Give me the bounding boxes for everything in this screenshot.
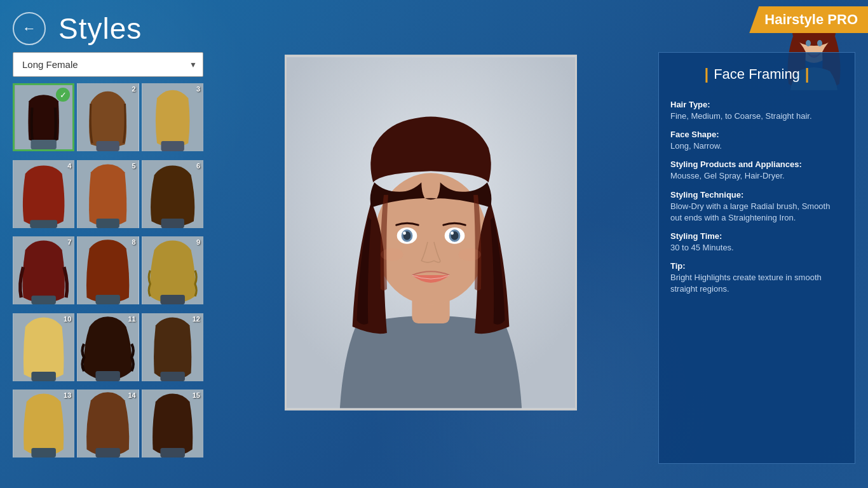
back-arrow-icon: ← [22,20,36,37]
thumb-num-9: 9 [196,238,200,246]
brand-name: Hairstyle PRO [764,11,858,27]
svg-rect-41 [160,372,185,381]
svg-rect-35 [31,372,56,381]
left-panel: Long Female Short Female Medium Female L… [13,52,203,464]
styling-time-label: Styling Time: [670,231,843,241]
svg-rect-32 [160,295,185,304]
thumb-num-2: 2 [132,85,136,93]
svg-rect-26 [31,295,56,304]
style-thumb-1[interactable]: ✓ [13,83,74,151]
header: ← Styles Hairstyle PRO [0,0,868,52]
thumb-num-3: 3 [196,85,200,93]
tip-value: Bright Highlights create texture in smoo… [670,272,843,295]
center-panel [212,52,649,464]
style-thumb-4[interactable]: 4 [13,160,74,228]
style-thumb-9[interactable]: 9 [142,236,203,304]
thumb-num-4: 4 [67,162,71,170]
svg-rect-29 [96,295,121,304]
face-shape-label: Face Shape: [670,130,843,139]
svg-rect-14 [161,141,184,151]
styling-time-section: Styling Time: 30 to 45 Minutes. [670,231,843,254]
style-thumb-13[interactable]: 13 [13,390,74,458]
style-thumb-3[interactable]: 3 [142,83,203,151]
svg-rect-17 [30,220,57,228]
hair-type-section: Hair Type: Fine, Medium, to Coarse, Stra… [670,100,843,122]
tip-label: Tip: [670,261,843,271]
hair-type-value: Fine, Medium, to Coarse, Straight hair. [670,111,843,122]
thumb-num-14: 14 [128,391,135,399]
info-title-area: | Face Framing | [670,65,843,90]
thumb-num-11: 11 [128,315,135,323]
style-thumb-15[interactable]: 15 [142,390,203,458]
thumb-num-12: 12 [193,315,200,323]
right-panel: | Face Framing | Hair Type: Fine, Medium… [658,52,855,464]
style-thumb-2[interactable]: 2 [77,83,139,151]
styling-products-section: Styling Products and Appliances: Mousse,… [670,159,843,182]
thumb-num-10: 10 [64,315,71,323]
back-button[interactable]: ← [13,12,46,45]
title-pipe-left: | [704,65,709,83]
main-content: Long Female Short Female Medium Female L… [0,52,868,464]
hairstyle-name: Face Framing [714,66,800,83]
svg-rect-8 [31,140,56,149]
thumb-num-13: 13 [64,391,71,399]
category-dropdown[interactable]: Long Female Short Female Medium Female L… [13,52,203,77]
thumb-num-8: 8 [132,238,136,246]
svg-point-61 [403,232,406,235]
style-thumb-8[interactable]: 8 [77,236,139,304]
svg-rect-44 [31,448,56,458]
styling-technique-label: Styling Technique: [670,190,843,200]
style-thumb-5[interactable]: 5 [77,160,139,228]
style-thumb-6[interactable]: 6 [142,160,203,228]
face-shape-value: Long, Narrow. [670,140,843,152]
main-preview-image [285,55,577,410]
svg-point-62 [451,232,454,235]
svg-point-63 [381,248,403,261]
style-thumb-14[interactable]: 14 [77,390,139,458]
thumb-num-5: 5 [132,162,136,170]
svg-point-5 [817,40,822,46]
brand-banner: Hairstyle PRO [749,6,868,33]
thumb-num-7: 7 [67,238,71,246]
title-pipe-right: | [805,65,810,83]
face-shape-section: Face Shape: Long, Narrow. [670,130,843,152]
svg-point-64 [458,248,481,261]
styling-products-label: Styling Products and Appliances: [670,159,843,169]
svg-rect-38 [96,371,121,381]
style-thumb-12[interactable]: 12 [142,313,203,381]
style-thumb-7[interactable]: 7 [13,236,74,304]
category-dropdown-wrapper[interactable]: Long Female Short Female Medium Female L… [13,52,203,77]
styling-technique-section: Styling Technique: Blow-Dry with a large… [670,190,843,224]
svg-rect-47 [96,448,121,458]
styling-technique-value: Blow-Dry with a large Radial brush, Smoo… [670,201,843,224]
page-title: Styles [58,11,142,46]
styling-products-value: Mousse, Gel Spray, Hair-Dryer. [670,170,843,182]
svg-rect-20 [97,219,119,228]
thumb-num-6: 6 [196,162,200,170]
styles-grid: ✓ 2 [13,83,203,464]
style-thumb-11[interactable]: 11 [77,313,139,381]
thumb-num-15: 15 [193,391,200,399]
hair-type-label: Hair Type: [670,100,843,109]
svg-rect-23 [161,219,184,228]
style-thumb-10[interactable]: 10 [13,313,74,381]
svg-rect-11 [97,141,119,151]
tip-section: Tip: Bright Highlights create texture in… [670,261,843,295]
svg-rect-50 [160,448,185,458]
styling-time-value: 30 to 45 Minutes. [670,242,843,254]
svg-point-4 [806,40,811,46]
